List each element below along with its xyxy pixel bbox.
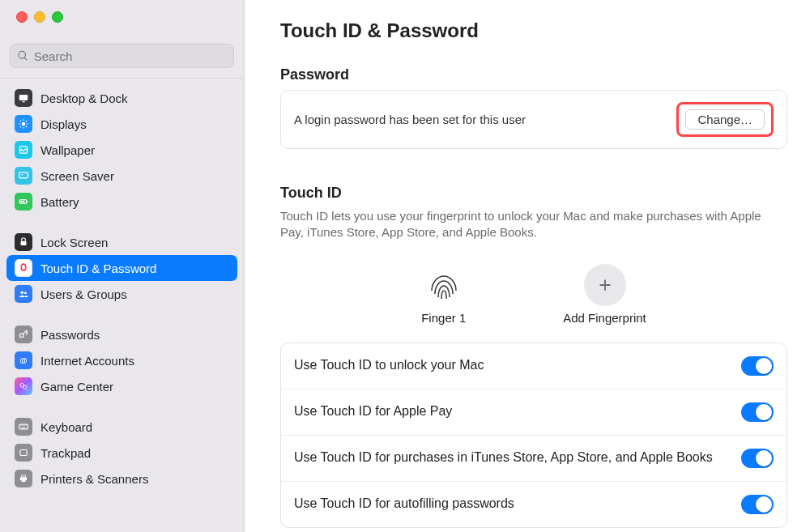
svg-rect-16 — [19, 424, 28, 429]
svg-rect-0 — [19, 95, 28, 100]
desktop-icon — [15, 89, 32, 107]
sidebar-item-label: Trackpad — [40, 446, 91, 460]
svg-point-11 — [24, 292, 27, 294]
main-content: Touch ID & Password Password A login pas… — [245, 0, 810, 532]
toggle-apple-pay[interactable] — [741, 402, 774, 422]
svg-point-10 — [21, 292, 24, 295]
toggle-row-purchases: Use Touch ID for purchases in iTunes Sto… — [281, 436, 787, 482]
sidebar-item-printers[interactable]: Printers & Scanners — [6, 466, 237, 492]
sidebar-item-label: Users & Groups — [40, 287, 127, 301]
zoom-window-button[interactable] — [52, 11, 63, 23]
password-panel: A login password has been set for this u… — [280, 90, 787, 149]
sidebar-item-passwords[interactable]: Passwords — [6, 321, 237, 347]
sidebar-item-label: Game Center — [40, 380, 113, 394]
plus-icon — [584, 264, 626, 306]
window-controls — [0, 0, 244, 36]
toggle-row-autofill: Use Touch ID for autofilling passwords — [281, 482, 787, 527]
lock-icon — [15, 233, 32, 251]
svg-point-15 — [23, 385, 27, 389]
password-status-text: A login password has been set for this u… — [294, 113, 526, 126]
fingerprint-list: Finger 1 Add Fingerprint — [280, 241, 787, 343]
touchid-toggle-list: Use Touch ID to unlock your Mac Use Touc… — [280, 343, 787, 528]
sidebar-item-label: Keyboard — [40, 420, 92, 434]
svg-rect-9 — [21, 241, 27, 245]
sidebar-item-battery[interactable]: Battery — [6, 189, 237, 215]
sidebar-item-label: Passwords — [40, 328, 100, 342]
page-title: Touch ID & Password — [280, 19, 787, 42]
sidebar-item-label: Desktop & Dock — [40, 92, 128, 105]
sidebar-item-desktop[interactable]: Desktop & Dock — [6, 85, 237, 111]
change-password-button[interactable]: Change… — [685, 109, 765, 130]
at-icon: @ — [15, 351, 32, 369]
sidebar-item-label: Printers & Scanners — [40, 472, 148, 486]
keyboard-icon — [15, 418, 32, 436]
sidebar-item-internet[interactable]: @ Internet Accounts — [6, 347, 237, 373]
wallpaper-icon — [15, 141, 32, 159]
trackpad-icon — [15, 444, 32, 462]
fingerprint-label: Finger 1 — [421, 311, 466, 325]
sidebar-item-label: Lock Screen — [40, 236, 108, 249]
svg-rect-1 — [22, 101, 25, 102]
sidebar-item-label: Touch ID & Password — [40, 262, 156, 275]
touchid-section-title: Touch ID — [280, 185, 787, 202]
toggle-label: Use Touch ID for purchases in iTunes Sto… — [294, 449, 713, 466]
toggle-label: Use Touch ID to unlock your Mac — [294, 357, 484, 374]
fingerprint-icon — [423, 264, 465, 306]
change-button-highlight: Change… — [676, 102, 774, 137]
sidebar-item-users[interactable]: Users & Groups — [6, 281, 237, 307]
toggle-row-apple-pay: Use Touch ID for Apple Pay — [281, 389, 787, 436]
touchid-description: Touch ID lets you use your fingerprint t… — [280, 208, 774, 241]
sidebar-item-label: Internet Accounts — [40, 354, 134, 368]
sidebar-item-label: Displays — [40, 117, 87, 131]
svg-text:@: @ — [19, 356, 27, 364]
displays-icon — [15, 115, 32, 133]
toggle-row-unlock-mac: Use Touch ID to unlock your Mac — [281, 343, 787, 389]
svg-rect-8 — [21, 201, 25, 202]
fingerprint-item[interactable]: Finger 1 — [421, 264, 466, 325]
search-container — [0, 36, 244, 79]
sidebar-item-gamecenter[interactable]: Game Center — [6, 373, 237, 399]
toggle-label: Use Touch ID for autofilling passwords — [294, 496, 514, 513]
password-section-title: Password — [280, 66, 787, 83]
sidebar-item-label: Screen Saver — [40, 169, 114, 183]
toggle-autofill[interactable] — [741, 495, 774, 514]
toggle-unlock-mac[interactable] — [741, 356, 774, 376]
battery-icon — [15, 193, 32, 211]
svg-rect-19 — [22, 475, 26, 477]
users-icon — [15, 285, 32, 303]
sidebar-item-displays[interactable]: Displays — [6, 111, 237, 137]
toggle-purchases[interactable] — [741, 449, 774, 468]
search-field[interactable] — [10, 44, 234, 68]
sidebar-item-wallpaper[interactable]: Wallpaper — [6, 137, 237, 163]
search-icon — [17, 49, 29, 62]
sidebar-item-touchid[interactable]: Touch ID & Password — [6, 255, 237, 281]
svg-point-5 — [21, 174, 23, 176]
sidebar-item-label: Battery — [40, 195, 79, 209]
svg-rect-7 — [27, 201, 28, 202]
sidebar-item-screensaver[interactable]: Screen Saver — [6, 163, 237, 189]
minimize-window-button[interactable] — [34, 11, 45, 23]
fingerprint-icon — [15, 259, 32, 277]
svg-rect-20 — [22, 479, 26, 482]
close-window-button[interactable] — [16, 11, 28, 23]
sidebar-item-keyboard[interactable]: Keyboard — [6, 414, 237, 440]
sidebar-item-trackpad[interactable]: Trackpad — [6, 440, 237, 466]
svg-point-12 — [19, 334, 23, 338]
svg-rect-4 — [19, 172, 28, 178]
printer-icon — [15, 470, 32, 487]
sidebar-item-label: Wallpaper — [40, 143, 95, 157]
add-fingerprint-button[interactable]: Add Fingerprint — [563, 264, 646, 325]
svg-rect-17 — [20, 450, 27, 456]
screensaver-icon — [15, 167, 32, 185]
add-fingerprint-label: Add Fingerprint — [563, 311, 646, 325]
search-input[interactable] — [34, 49, 227, 63]
sidebar: Desktop & Dock Displays Wallpaper Screen… — [0, 0, 245, 532]
key-icon — [15, 326, 32, 343]
svg-point-2 — [22, 122, 26, 126]
sidebar-item-lockscreen[interactable]: Lock Screen — [6, 229, 237, 255]
sidebar-list: Desktop & Dock Displays Wallpaper Screen… — [0, 79, 244, 532]
toggle-label: Use Touch ID for Apple Pay — [294, 403, 452, 420]
gamecenter-icon — [15, 377, 32, 395]
